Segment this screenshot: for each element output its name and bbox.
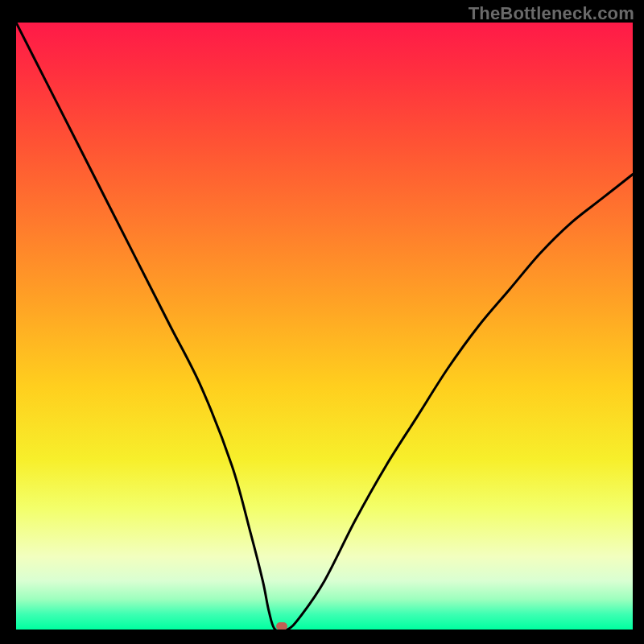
plot-area [16, 23, 633, 630]
chart-frame: TheBottleneck.com [0, 0, 644, 644]
highlight-marker [276, 622, 287, 630]
curve-path [16, 23, 633, 630]
curve-layer [16, 23, 633, 630]
watermark-text: TheBottleneck.com [469, 3, 634, 24]
